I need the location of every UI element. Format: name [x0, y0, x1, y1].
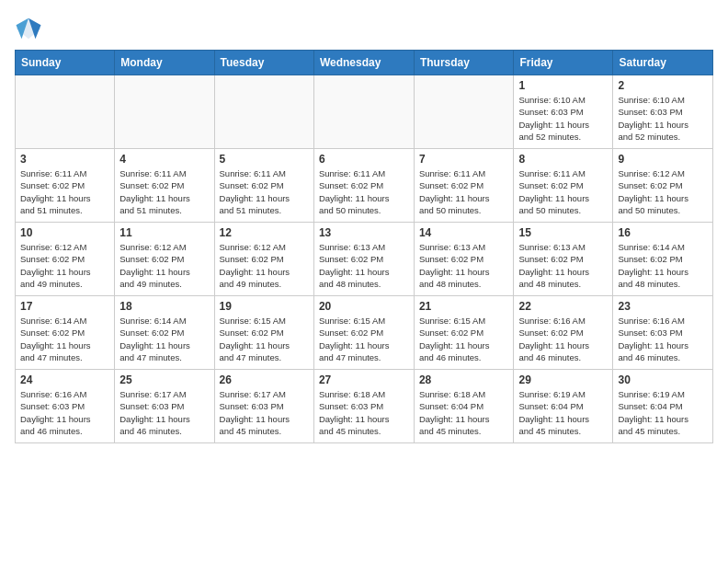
day-detail: Sunrise: 6:11 AM Sunset: 6:02 PM Dayligh…: [119, 167, 209, 216]
day-number: 27: [319, 373, 409, 386]
day-number: 12: [220, 226, 309, 239]
day-number: 16: [618, 226, 708, 239]
calendar-cell: [16, 75, 115, 149]
day-number: 23: [618, 300, 708, 313]
weekday-header-saturday: Saturday: [613, 51, 713, 75]
calendar-cell: 29Sunrise: 6:19 AM Sunset: 6:04 PM Dayli…: [514, 370, 613, 443]
day-number: 1: [518, 79, 608, 92]
calendar-cell: 18Sunrise: 6:14 AM Sunset: 6:02 PM Dayli…: [115, 296, 214, 370]
day-detail: Sunrise: 6:19 AM Sunset: 6:04 PM Dayligh…: [518, 388, 608, 437]
calendar-cell: 20Sunrise: 6:15 AM Sunset: 6:02 PM Dayli…: [313, 296, 414, 370]
calendar-cell: 1Sunrise: 6:10 AM Sunset: 6:03 PM Daylig…: [514, 75, 613, 149]
day-detail: Sunrise: 6:13 AM Sunset: 6:02 PM Dayligh…: [518, 241, 608, 290]
day-detail: Sunrise: 6:10 AM Sunset: 6:03 PM Dayligh…: [518, 94, 608, 143]
day-detail: Sunrise: 6:19 AM Sunset: 6:04 PM Dayligh…: [618, 388, 708, 437]
day-detail: Sunrise: 6:11 AM Sunset: 6:02 PM Dayligh…: [419, 167, 509, 216]
calendar-cell: 16Sunrise: 6:14 AM Sunset: 6:02 PM Dayli…: [613, 223, 713, 296]
day-detail: Sunrise: 6:16 AM Sunset: 6:03 PM Dayligh…: [618, 315, 708, 363]
calendar-cell: 30Sunrise: 6:19 AM Sunset: 6:04 PM Dayli…: [613, 370, 713, 443]
day-detail: Sunrise: 6:18 AM Sunset: 6:03 PM Dayligh…: [319, 388, 409, 437]
calendar-cell: 22Sunrise: 6:16 AM Sunset: 6:02 PM Dayli…: [514, 296, 613, 370]
day-detail: Sunrise: 6:12 AM Sunset: 6:02 PM Dayligh…: [119, 241, 209, 290]
day-number: 25: [119, 373, 209, 386]
calendar-cell: 5Sunrise: 6:11 AM Sunset: 6:02 PM Daylig…: [214, 149, 313, 223]
day-detail: Sunrise: 6:14 AM Sunset: 6:02 PM Dayligh…: [618, 241, 708, 290]
weekday-header-wednesday: Wednesday: [313, 51, 414, 75]
day-number: 3: [20, 153, 109, 166]
day-detail: Sunrise: 6:12 AM Sunset: 6:02 PM Dayligh…: [220, 241, 309, 290]
day-detail: Sunrise: 6:12 AM Sunset: 6:02 PM Dayligh…: [20, 241, 109, 290]
calendar-cell: 27Sunrise: 6:18 AM Sunset: 6:03 PM Dayli…: [313, 370, 414, 443]
day-detail: Sunrise: 6:15 AM Sunset: 6:02 PM Dayligh…: [220, 315, 309, 363]
day-number: 7: [419, 153, 509, 166]
day-number: 17: [20, 300, 109, 313]
calendar-cell: 10Sunrise: 6:12 AM Sunset: 6:02 PM Dayli…: [16, 223, 115, 296]
calendar-cell: [313, 75, 414, 149]
day-number: 9: [618, 153, 708, 166]
day-detail: Sunrise: 6:13 AM Sunset: 6:02 PM Dayligh…: [419, 241, 509, 290]
weekday-header-monday: Monday: [115, 51, 214, 75]
logo-icon: [15, 15, 42, 42]
day-number: 21: [419, 300, 509, 313]
calendar-table: SundayMondayTuesdayWednesdayThursdayFrid…: [15, 50, 713, 443]
day-number: 4: [119, 153, 209, 166]
day-detail: Sunrise: 6:13 AM Sunset: 6:02 PM Dayligh…: [319, 241, 409, 290]
day-detail: Sunrise: 6:11 AM Sunset: 6:02 PM Dayligh…: [319, 167, 409, 216]
day-number: 5: [220, 153, 309, 166]
weekday-header-friday: Friday: [514, 51, 613, 75]
calendar-cell: 19Sunrise: 6:15 AM Sunset: 6:02 PM Dayli…: [214, 296, 313, 370]
day-number: 20: [319, 300, 409, 313]
day-number: 29: [518, 373, 608, 386]
day-detail: Sunrise: 6:16 AM Sunset: 6:02 PM Dayligh…: [518, 315, 608, 363]
calendar-cell: 15Sunrise: 6:13 AM Sunset: 6:02 PM Dayli…: [514, 223, 613, 296]
calendar-cell: 4Sunrise: 6:11 AM Sunset: 6:02 PM Daylig…: [115, 149, 214, 223]
calendar-cell: 9Sunrise: 6:12 AM Sunset: 6:02 PM Daylig…: [613, 149, 713, 223]
calendar-week-2: 10Sunrise: 6:12 AM Sunset: 6:02 PM Dayli…: [16, 223, 713, 296]
day-number: 26: [220, 373, 309, 386]
page-header: [15, 15, 713, 42]
day-number: 14: [419, 226, 509, 239]
calendar-cell: [414, 75, 514, 149]
day-detail: Sunrise: 6:11 AM Sunset: 6:02 PM Dayligh…: [220, 167, 309, 216]
calendar-week-1: 3Sunrise: 6:11 AM Sunset: 6:02 PM Daylig…: [16, 149, 713, 223]
calendar-cell: 23Sunrise: 6:16 AM Sunset: 6:03 PM Dayli…: [613, 296, 713, 370]
calendar-cell: 25Sunrise: 6:17 AM Sunset: 6:03 PM Dayli…: [115, 370, 214, 443]
day-detail: Sunrise: 6:15 AM Sunset: 6:02 PM Dayligh…: [319, 315, 409, 363]
calendar-cell: [115, 75, 214, 149]
day-number: 19: [220, 300, 309, 313]
calendar-cell: 14Sunrise: 6:13 AM Sunset: 6:02 PM Dayli…: [414, 223, 514, 296]
calendar-cell: [214, 75, 313, 149]
day-number: 2: [618, 79, 708, 92]
day-detail: Sunrise: 6:11 AM Sunset: 6:02 PM Dayligh…: [20, 167, 109, 216]
logo: [15, 15, 46, 42]
day-number: 10: [20, 226, 109, 239]
calendar-cell: 28Sunrise: 6:18 AM Sunset: 6:04 PM Dayli…: [414, 370, 514, 443]
calendar-cell: 13Sunrise: 6:13 AM Sunset: 6:02 PM Dayli…: [313, 223, 414, 296]
day-number: 24: [20, 373, 109, 386]
calendar-cell: 8Sunrise: 6:11 AM Sunset: 6:02 PM Daylig…: [514, 149, 613, 223]
day-detail: Sunrise: 6:14 AM Sunset: 6:02 PM Dayligh…: [20, 315, 109, 363]
day-number: 8: [518, 153, 608, 166]
day-detail: Sunrise: 6:10 AM Sunset: 6:03 PM Dayligh…: [618, 94, 708, 143]
calendar-cell: 11Sunrise: 6:12 AM Sunset: 6:02 PM Dayli…: [115, 223, 214, 296]
day-detail: Sunrise: 6:17 AM Sunset: 6:03 PM Dayligh…: [119, 388, 209, 437]
day-detail: Sunrise: 6:14 AM Sunset: 6:02 PM Dayligh…: [119, 315, 209, 363]
day-number: 22: [518, 300, 608, 313]
day-number: 18: [119, 300, 209, 313]
day-detail: Sunrise: 6:15 AM Sunset: 6:02 PM Dayligh…: [419, 315, 509, 363]
calendar-cell: 2Sunrise: 6:10 AM Sunset: 6:03 PM Daylig…: [613, 75, 713, 149]
day-number: 11: [119, 226, 209, 239]
calendar-cell: 12Sunrise: 6:12 AM Sunset: 6:02 PM Dayli…: [214, 223, 313, 296]
day-number: 13: [319, 226, 409, 239]
calendar-cell: 3Sunrise: 6:11 AM Sunset: 6:02 PM Daylig…: [16, 149, 115, 223]
day-detail: Sunrise: 6:16 AM Sunset: 6:03 PM Dayligh…: [20, 388, 109, 437]
calendar-cell: 26Sunrise: 6:17 AM Sunset: 6:03 PM Dayli…: [214, 370, 313, 443]
day-number: 6: [319, 153, 409, 166]
calendar-week-0: 1Sunrise: 6:10 AM Sunset: 6:03 PM Daylig…: [16, 75, 713, 149]
day-detail: Sunrise: 6:11 AM Sunset: 6:02 PM Dayligh…: [518, 167, 608, 216]
weekday-header-thursday: Thursday: [414, 51, 514, 75]
weekday-header-tuesday: Tuesday: [214, 51, 313, 75]
calendar-cell: 7Sunrise: 6:11 AM Sunset: 6:02 PM Daylig…: [414, 149, 514, 223]
calendar-week-3: 17Sunrise: 6:14 AM Sunset: 6:02 PM Dayli…: [16, 296, 713, 370]
day-number: 15: [518, 226, 608, 239]
